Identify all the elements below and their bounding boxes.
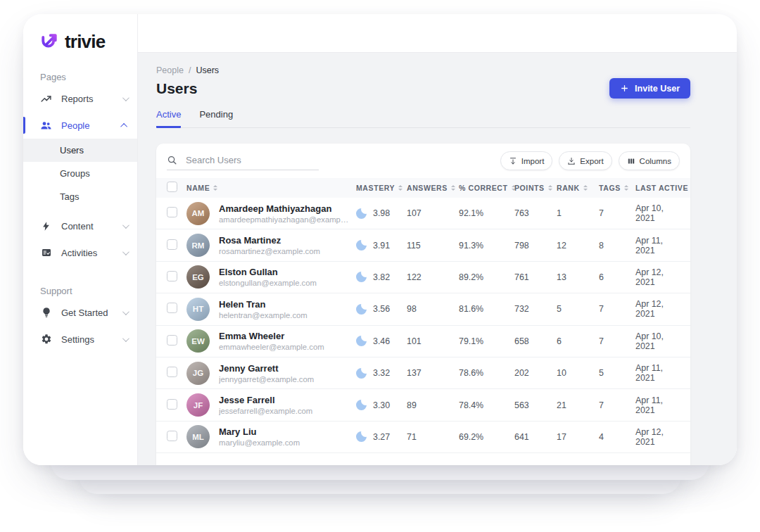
points-value: 761 — [514, 272, 557, 282]
user-name: Emma Wheeler — [219, 331, 324, 341]
tab-active[interactable]: Active — [156, 109, 181, 128]
users-table-card: Import Export Columns — [156, 144, 690, 465]
sidebar-item-people[interactable]: People — [23, 112, 137, 139]
sidebar-subitem-tags[interactable]: Tags — [23, 185, 137, 208]
select-all-checkbox[interactable] — [167, 182, 177, 192]
mastery-icon — [356, 368, 367, 379]
sidebar-subitem-groups[interactable]: Groups — [23, 162, 137, 185]
columns-label: Columns — [640, 157, 671, 165]
activities-icon — [40, 247, 52, 259]
sidebar-item-label: People — [61, 120, 89, 131]
table-row[interactable]: JF Jesse Farrell jessefarrell@example.co… — [156, 389, 690, 421]
column-header[interactable]: ANSWERS — [407, 184, 459, 192]
columns-button[interactable]: Columns — [619, 151, 680, 170]
tags-value: 8 — [599, 241, 635, 251]
tags-value: 7 — [599, 336, 635, 346]
tags-value: 6 — [599, 272, 635, 282]
chevron-down-icon — [122, 222, 129, 229]
page: trivie Pages Reports People Users Groups — [0, 0, 760, 532]
row-checkbox[interactable] — [167, 399, 177, 410]
tags-value: 7 — [599, 208, 635, 218]
table-row[interactable]: AM Amardeep Mathiyazhagan amardeepmathiy… — [156, 198, 690, 229]
table-row[interactable]: JG Jenny Garrett jennygarret@example.com… — [156, 357, 690, 389]
answers-value: 107 — [407, 208, 459, 218]
tab-bar: Active Pending — [156, 109, 690, 128]
rank-value: 12 — [557, 241, 599, 251]
sidebar-item-reports[interactable]: Reports — [23, 85, 137, 112]
sidebar-item-settings[interactable]: Settings — [23, 326, 137, 353]
export-button[interactable]: Export — [559, 151, 612, 170]
lightning-icon — [40, 220, 52, 232]
page-title: Users — [156, 80, 197, 97]
table-row[interactable]: HT Helen Tran helentran@example.com 3.56 — [156, 293, 690, 325]
row-checkbox[interactable] — [167, 335, 177, 346]
breadcrumb-separator: / — [189, 65, 191, 75]
sidebar: trivie Pages Reports People Users Groups — [23, 14, 138, 465]
column-header[interactable]: NAME — [186, 184, 356, 192]
points-value: 658 — [514, 336, 557, 346]
row-checkbox[interactable] — [167, 367, 177, 377]
breadcrumb-people[interactable]: People — [156, 65, 184, 75]
points-value: 563 — [514, 400, 557, 410]
percent-correct-value: 78.6% — [459, 368, 514, 378]
row-checkbox[interactable] — [167, 303, 177, 313]
avatar: HT — [186, 298, 210, 321]
rank-value: 10 — [557, 368, 599, 378]
user-name: Jesse Farrell — [219, 395, 312, 405]
last-active-value: Apr 10, 2021 — [635, 203, 680, 223]
row-checkbox[interactable] — [167, 431, 177, 441]
sidebar-section-support: Support — [40, 286, 137, 296]
sidebar-item-content[interactable]: Content — [23, 213, 137, 239]
column-header[interactable]: LAST ACTIVE — [635, 184, 680, 192]
sidebar-item-label: Get Started — [61, 308, 108, 318]
tags-value: 5 — [599, 368, 635, 378]
plus-icon — [620, 84, 629, 93]
table-row[interactable]: EG Elston Gullan elstongullan@example.co… — [156, 262, 690, 293]
row-checkbox[interactable] — [167, 207, 177, 217]
table-row[interactable]: ML Mary Liu maryliu@example.com 3.27 — [156, 422, 690, 453]
export-label: Export — [580, 157, 603, 165]
user-email: elstongullan@example.com — [219, 279, 317, 287]
search-box[interactable] — [167, 155, 319, 170]
top-bar — [138, 14, 737, 53]
answers-value: 115 — [407, 241, 459, 251]
last-active-value: Apr 11, 2021 — [635, 363, 680, 383]
rank-value: 6 — [557, 336, 599, 346]
table-toolbar: Import Export Columns — [156, 144, 690, 178]
user-name: Helen Tran — [219, 299, 308, 310]
sidebar-item-get-started[interactable]: Get Started — [23, 299, 137, 326]
logo-text: trivie — [65, 31, 105, 53]
import-button[interactable]: Import — [500, 151, 553, 170]
sidebar-item-label: Content — [61, 221, 94, 232]
row-checkbox[interactable] — [167, 239, 177, 250]
tab-pending[interactable]: Pending — [199, 109, 233, 128]
sidebar-item-label: Reports — [61, 94, 94, 104]
column-header[interactable]: % CORRECT — [459, 184, 514, 192]
table-row[interactable]: RM Rosa Martinez rosamartinez@example.co… — [156, 229, 690, 261]
user-name: Amardeep Mathiyazhagan — [219, 203, 349, 214]
sidebar-item-activities[interactable]: Activities — [23, 239, 137, 266]
user-email: jennygarret@example.com — [219, 375, 314, 384]
column-label: POINTS — [514, 184, 545, 192]
user-email: maryliu@example.com — [219, 438, 300, 447]
row-checkbox[interactable] — [167, 271, 177, 281]
search-input[interactable] — [186, 155, 319, 165]
column-header[interactable]: RANK — [557, 184, 599, 192]
column-header[interactable]: MASTERY — [356, 184, 407, 192]
column-label: TAGS — [599, 184, 621, 192]
user-name: Mary Liu — [219, 426, 300, 437]
points-value: 202 — [514, 368, 557, 378]
column-header[interactable]: POINTS — [514, 184, 557, 192]
answers-value: 122 — [407, 272, 459, 282]
sidebar-subitem-users[interactable]: Users — [23, 139, 137, 162]
mastery-icon — [356, 208, 367, 219]
invite-user-button[interactable]: Invite User — [609, 78, 690, 99]
mastery-icon — [356, 400, 367, 410]
breadcrumb-users: Users — [196, 65, 219, 75]
points-value: 641 — [514, 432, 557, 442]
reports-icon — [40, 93, 52, 105]
tags-value: 7 — [599, 400, 635, 410]
chevron-down-icon — [122, 335, 129, 342]
column-header[interactable]: TAGS — [599, 184, 635, 192]
table-row[interactable]: EW Emma Wheeler emmawheeler@example.com … — [156, 326, 690, 357]
